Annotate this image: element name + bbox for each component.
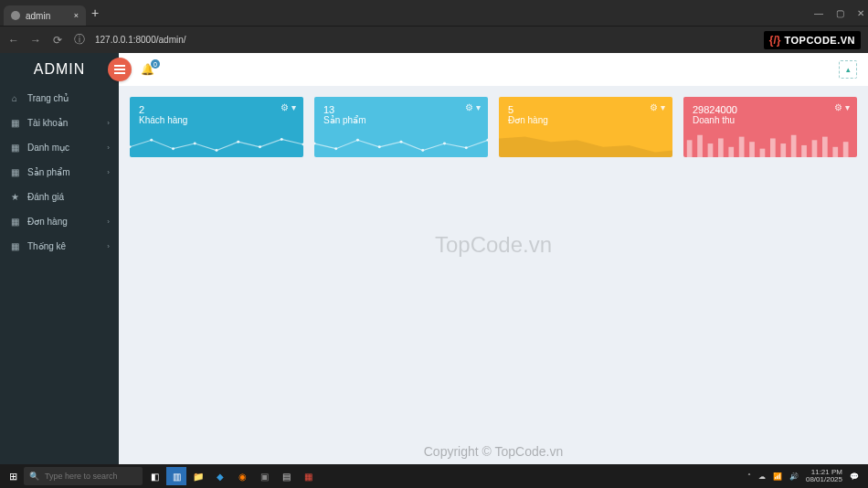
stat-value: 13 [323, 104, 479, 115]
taskbar-app-3[interactable]: ◆ [210, 467, 230, 485]
sidebar-item-label: Thống kê [27, 241, 66, 251]
card-options[interactable]: ⚙▾ [834, 102, 850, 112]
svg-rect-18 [687, 140, 693, 157]
sidebar-item-categories[interactable]: ▦ Danh mục › [0, 135, 119, 160]
new-tab-button[interactable]: + [91, 5, 99, 20]
logo-brace-icon: {/} [769, 34, 781, 47]
url-text[interactable]: 127.0.0.1:8000/admin/ [95, 35, 755, 45]
card-options[interactable]: ⚙▾ [465, 102, 481, 112]
sparkline [314, 132, 488, 157]
tray-chevron-icon[interactable]: ˄ [747, 472, 751, 481]
sidebar-item-stats[interactable]: ▦ Thống kê › [0, 234, 119, 259]
grid-icon: ▦ [9, 143, 20, 153]
taskbar-clock[interactable]: 11:21 PM 08/01/2025 [806, 469, 842, 483]
tray-cloud-icon[interactable]: ☁ [758, 472, 766, 481]
stat-cards-row: 2 Khách hàng ⚙▾ 13 Sản phẩm ⚙▾ 5 [130, 97, 857, 157]
svg-rect-22 [728, 147, 734, 157]
watermark-center: TopCode.vn [435, 232, 552, 258]
minimize-icon[interactable]: — [814, 8, 823, 18]
user-avatar[interactable]: ▴ [839, 60, 857, 79]
sidebar-item-orders[interactable]: ▦ Đơn hàng › [0, 209, 119, 234]
back-icon[interactable]: ← [7, 34, 20, 47]
logo-text: TOPCODE.VN [784, 35, 855, 46]
svg-point-16 [465, 146, 468, 149]
chevron-right-icon: › [107, 242, 110, 250]
grid-icon: ▦ [9, 217, 20, 227]
tab-title: admin [26, 11, 50, 21]
svg-point-0 [130, 145, 132, 148]
hamburger-icon [114, 69, 125, 70]
caret-down-icon: ▾ [476, 102, 481, 112]
stat-label: Sản phẩm [323, 115, 479, 125]
start-button[interactable]: ⊞ [4, 471, 22, 483]
sidebar-item-label: Danh mục [27, 143, 69, 153]
reload-icon[interactable]: ⟳ [51, 34, 64, 47]
sidebar-item-home[interactable]: ⌂ Trang chủ [0, 86, 119, 111]
gear-icon: ⚙ [650, 102, 658, 112]
svg-rect-23 [739, 137, 745, 157]
sidebar-item-accounts[interactable]: ▦ Tài khoản › [0, 111, 119, 135]
stat-card-products[interactable]: 13 Sản phẩm ⚙▾ [314, 97, 488, 157]
caret-down-icon: ▾ [845, 102, 850, 112]
card-options[interactable]: ⚙▾ [650, 102, 665, 112]
forward-icon[interactable]: → [29, 34, 42, 47]
stat-value: 29824000 [693, 104, 848, 115]
task-view-icon[interactable]: ◧ [144, 467, 164, 485]
search-icon: 🔍 [29, 472, 39, 481]
star-icon: ★ [9, 192, 20, 202]
stat-card-revenue[interactable]: 29824000 Doanh thu ⚙▾ [683, 97, 857, 157]
grid-icon: ▦ [9, 241, 20, 251]
maximize-icon[interactable]: ▢ [836, 8, 844, 18]
sidebar: ADMIN ⌂ Trang chủ ▦ Tài khoản › ▦ Danh m… [0, 53, 119, 464]
brand-title: ADMIN [0, 53, 119, 86]
svg-rect-29 [801, 145, 807, 157]
caret-down-icon: ▾ [291, 102, 296, 112]
broken-image-icon: ▴ [846, 65, 851, 74]
taskbar-app-4[interactable]: ◉ [232, 467, 252, 485]
taskbar-app-7[interactable]: ▦ [298, 467, 318, 485]
main-area: 🔔 0 ▴ 2 Khách hàng ⚙▾ 13 Sản p [119, 53, 868, 464]
topbar: 🔔 0 ▴ [119, 53, 868, 86]
windows-taskbar: ⊞ 🔍 ◧ ▥ 📁 ◆ ◉ ▣ ▤ ▦ ˄ ☁ 📶 🔊 11:21 PM 08/… [0, 464, 868, 488]
grid-icon: ▦ [9, 167, 20, 177]
taskbar-app-5[interactable]: ▣ [254, 467, 274, 485]
sparkline-bars [683, 132, 857, 157]
stat-card-orders[interactable]: 5 Đơn hàng ⚙▾ [499, 97, 672, 157]
taskbar-app-6[interactable]: ▤ [276, 467, 296, 485]
sidebar-item-reviews[interactable]: ★ Đánh giá [0, 185, 119, 209]
topcode-logo: {/} TOPCODE.VN [764, 31, 861, 49]
card-options[interactable]: ⚙▾ [281, 102, 296, 112]
sidebar-item-label: Đơn hàng [27, 217, 68, 227]
content: 2 Khách hàng ⚙▾ 13 Sản phẩm ⚙▾ 5 [119, 86, 868, 464]
caret-down-icon: ▾ [661, 102, 665, 112]
taskbar-search-input[interactable] [45, 472, 137, 481]
svg-rect-30 [812, 140, 818, 157]
notifications-icon[interactable]: 💬 [850, 472, 859, 481]
taskbar-app-2[interactable]: 📁 [188, 467, 208, 485]
chevron-right-icon: › [107, 119, 110, 127]
tray-wifi-icon[interactable]: 📶 [773, 472, 782, 481]
taskbar-app-1[interactable]: ▥ [166, 467, 186, 485]
svg-point-15 [443, 143, 446, 145]
sidebar-item-products[interactable]: ▦ Sản phẩm › [0, 160, 119, 185]
sidebar-toggle-button[interactable] [108, 58, 132, 81]
notification-bell[interactable]: 🔔 0 [141, 63, 154, 76]
browser-tab[interactable]: admin × [4, 5, 86, 26]
stat-label: Doanh thu [693, 115, 848, 125]
svg-point-2 [172, 147, 175, 150]
svg-point-14 [421, 149, 424, 152]
svg-point-1 [150, 139, 153, 142]
tray-sound-icon[interactable]: 🔊 [789, 472, 799, 481]
sidebar-item-label: Tài khoản [27, 118, 68, 128]
svg-rect-26 [770, 138, 776, 157]
svg-rect-32 [832, 147, 838, 157]
app-container: ADMIN ⌂ Trang chủ ▦ Tài khoản › ▦ Danh m… [0, 53, 868, 464]
svg-rect-31 [822, 137, 828, 157]
watermark-copyright: Copyright © TopCode.vn [424, 444, 563, 459]
taskbar-search[interactable]: 🔍 [24, 467, 143, 485]
tab-close-icon[interactable]: × [74, 11, 79, 20]
close-icon[interactable]: ✕ [857, 8, 864, 18]
gear-icon: ⚙ [281, 102, 289, 112]
stat-card-customers[interactable]: 2 Khách hàng ⚙▾ [130, 97, 303, 157]
svg-point-7 [281, 138, 283, 141]
